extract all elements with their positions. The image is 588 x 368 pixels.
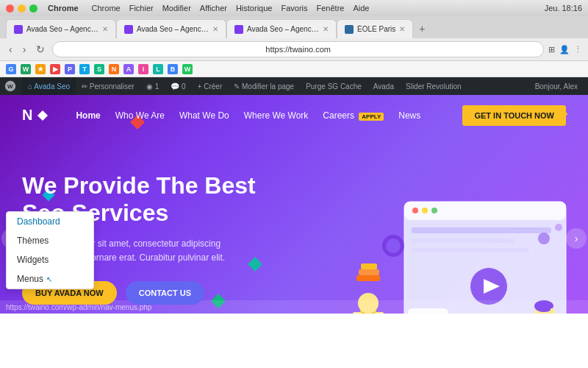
minimize-button[interactable] bbox=[18, 4, 26, 13]
ext-star[interactable]: ★ bbox=[35, 64, 46, 74]
ext-red[interactable]: ▶ bbox=[50, 64, 60, 74]
wp-personaliser[interactable]: ✏ Personnaliser bbox=[76, 77, 140, 95]
menu-favoris[interactable]: Favoris bbox=[281, 4, 307, 13]
tab-close-3[interactable]: ✕ bbox=[323, 25, 329, 33]
menu-modifier[interactable]: Modifier bbox=[162, 4, 191, 13]
back-button[interactable]: ‹ bbox=[6, 42, 15, 57]
tab-1[interactable]: Avada Seo – Agence SEO ✕ bbox=[6, 19, 116, 38]
svg-rect-20 bbox=[361, 263, 377, 269]
svg-text:W: W bbox=[7, 83, 13, 90]
dropdown-menus[interactable]: Menus ↖ bbox=[7, 269, 93, 289]
menu-chrome[interactable]: Chrome bbox=[92, 4, 121, 13]
tab-favicon-3 bbox=[234, 25, 243, 34]
wp-logo-icon: W bbox=[4, 80, 16, 92]
svg-point-6 bbox=[431, 208, 437, 213]
close-button[interactable] bbox=[6, 4, 14, 13]
website-container: N Home Who We Are What We Do Where We Wo… bbox=[0, 95, 588, 314]
tab-close-4[interactable]: ✕ bbox=[399, 25, 405, 33]
titlebar-right: Jeu. 18:16 bbox=[545, 4, 582, 13]
wp-avada[interactable]: Avada bbox=[368, 77, 400, 95]
svg-rect-7 bbox=[412, 227, 551, 233]
tabs-bar: Avada Seo – Agence SEO ✕ Avada Seo – Age… bbox=[0, 16, 588, 38]
logo-diamond-icon bbox=[37, 110, 48, 120]
dropdown-widgets[interactable]: Widgets bbox=[7, 250, 93, 269]
menu-fenetre[interactable]: Fenêtre bbox=[317, 4, 345, 13]
tab-label-3: Avada Seo – Agence SEO bbox=[247, 25, 319, 33]
wp-user-greeting: Bonjour, Alex bbox=[535, 82, 584, 91]
cta-button[interactable]: GET IN TOUCH NOW bbox=[462, 105, 566, 126]
wp-purge[interactable]: Purge SG Cache bbox=[300, 77, 368, 95]
ext-green[interactable]: S bbox=[94, 64, 104, 74]
address-input[interactable] bbox=[52, 41, 544, 57]
wp-modifier-page[interactable]: ✎ Modifier la page bbox=[228, 77, 300, 95]
ext-b[interactable]: B bbox=[168, 64, 178, 74]
svg-point-40 bbox=[538, 233, 550, 244]
tab-favicon-2 bbox=[124, 25, 133, 34]
reload-button[interactable]: ↻ bbox=[33, 42, 48, 57]
nav-what-we-do[interactable]: What We Do bbox=[179, 110, 229, 121]
tab-2[interactable]: Avada Seo – Agence SEO ✕ bbox=[116, 19, 226, 38]
wp-counter-0[interactable]: 💬 0 bbox=[165, 77, 191, 95]
tab-4[interactable]: ÉOLE Paris ✕ bbox=[337, 19, 413, 38]
forward-button[interactable]: › bbox=[20, 42, 29, 57]
menu-afficher[interactable]: Afficher bbox=[200, 4, 227, 13]
dropdown-dashboard[interactable]: Dashboard bbox=[7, 212, 93, 231]
tab-favicon-1 bbox=[14, 25, 23, 34]
hero-illustration: ♥ 23 12 bbox=[279, 172, 588, 314]
ext-blue[interactable]: T bbox=[79, 64, 90, 74]
menu-bar: Chrome Fichier Modifier Afficher Histori… bbox=[92, 4, 370, 13]
wp-slider[interactable]: Slider Revolution bbox=[400, 77, 467, 95]
contact-us-button[interactable]: CONTACT US bbox=[126, 281, 204, 305]
ext-wa[interactable]: W bbox=[182, 64, 193, 74]
ext-pink[interactable]: I bbox=[138, 64, 148, 74]
fullscreen-button[interactable] bbox=[29, 4, 37, 13]
nav-links: Home Who We Are What We Do Where We Work… bbox=[76, 110, 462, 121]
tab-label-1: Avada Seo – Agence SEO bbox=[26, 25, 98, 33]
wp-avada-seo[interactable]: ⌂ Avada Seo bbox=[22, 77, 76, 95]
extensions-bar: G W ★ ▶ P T S N A I L B W bbox=[0, 61, 588, 77]
wp-creer[interactable]: + Créer bbox=[192, 77, 229, 95]
tab-close-1[interactable]: ✕ bbox=[102, 25, 108, 33]
menu-historique[interactable]: Historique bbox=[236, 4, 273, 13]
svg-rect-19 bbox=[359, 269, 379, 275]
nav-home[interactable]: Home bbox=[76, 110, 100, 121]
tab-favicon-4 bbox=[345, 25, 354, 34]
more-icon[interactable]: ⋮ bbox=[574, 45, 582, 54]
tab-label-4: ÉOLE Paris bbox=[357, 25, 395, 33]
tab-3[interactable]: Avada Seo – Agence SEO ✕ bbox=[226, 19, 337, 38]
traffic-lights[interactable] bbox=[6, 4, 37, 13]
tab-close-2[interactable]: ✕ bbox=[212, 25, 218, 33]
nav-careers[interactable]: Careers APPLY bbox=[323, 110, 384, 121]
hero-svg: ♥ 23 12 bbox=[287, 180, 581, 314]
wp-counter-1[interactable]: ◉ 1 bbox=[140, 77, 165, 95]
titlebar: Chrome Chrome Fichier Modifier Afficher … bbox=[0, 0, 588, 16]
profile-icon[interactable]: 👤 bbox=[559, 45, 570, 54]
nav-news[interactable]: News bbox=[398, 110, 420, 121]
browser-chrome: Avada Seo – Agence SEO ✕ Avada Seo – Age… bbox=[0, 16, 588, 61]
wp-admin-items: ⌂ Avada Seo ✏ Personnaliser ◉ 1 💬 0 + Cr… bbox=[22, 77, 467, 95]
svg-point-41 bbox=[555, 224, 562, 231]
new-tab-button[interactable]: + bbox=[413, 21, 431, 37]
ext-google[interactable]: G bbox=[6, 64, 16, 74]
dropdown-themes[interactable]: Thèmes bbox=[7, 231, 93, 250]
ext-violet[interactable]: A bbox=[123, 64, 134, 74]
menu-fichier[interactable]: Fichier bbox=[129, 4, 154, 13]
ext-wp[interactable]: W bbox=[21, 64, 31, 74]
ext-orange[interactable]: N bbox=[109, 64, 119, 74]
nav-who-we-are[interactable]: Who We Are bbox=[115, 110, 165, 121]
ext-purple[interactable]: P bbox=[65, 64, 75, 74]
ext-teal[interactable]: L bbox=[153, 64, 163, 74]
svg-rect-8 bbox=[412, 238, 514, 243]
site-nav: N Home Who We Are What We Do Where We Wo… bbox=[0, 95, 588, 135]
extensions-icon[interactable]: ⊞ bbox=[548, 45, 555, 54]
wp-admin-bar: W ⌂ Avada Seo ✏ Personnaliser ◉ 1 💬 0 + … bbox=[0, 77, 588, 95]
nav-where-we-work[interactable]: Where We Work bbox=[244, 110, 309, 121]
address-bar: ‹ › ↻ ⊞ 👤 ⋮ bbox=[0, 38, 588, 60]
careers-badge: APPLY bbox=[359, 113, 384, 121]
svg-rect-3 bbox=[404, 202, 566, 220]
wp-avada-label: ⌂ Avada Seo bbox=[28, 82, 70, 91]
svg-point-39 bbox=[386, 238, 401, 253]
browser-actions: ⊞ 👤 ⋮ bbox=[548, 45, 582, 54]
menu-aide[interactable]: Aide bbox=[353, 4, 369, 13]
next-slide-button[interactable]: › bbox=[566, 228, 587, 249]
